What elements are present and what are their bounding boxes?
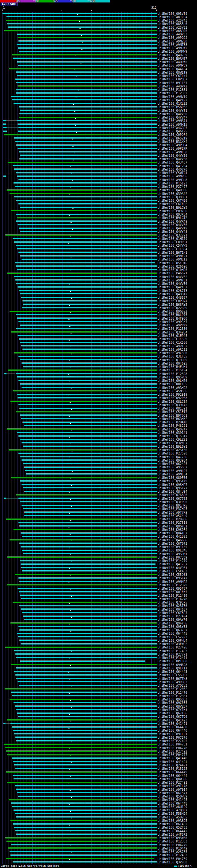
subject-label[interactable]: UniRef100_P10449 bbox=[158, 846, 187, 850]
alignment-bar[interactable] bbox=[18, 65, 157, 66]
subject-label[interactable]: UniRef100_Q67TD0 bbox=[158, 715, 187, 718]
subject-label[interactable]: UniRef100_Q8W3E6 bbox=[158, 777, 187, 780]
subject-label[interactable]: UniRef100_Q9AYF6 bbox=[158, 618, 187, 621]
alignment-bar[interactable] bbox=[16, 740, 157, 741]
alignment-bar[interactable] bbox=[12, 165, 157, 166]
alignment-bar[interactable] bbox=[13, 761, 157, 762]
alignment-bar[interactable] bbox=[24, 515, 157, 516]
alignment-bar[interactable] bbox=[12, 390, 157, 391]
alignment-bar[interactable] bbox=[16, 816, 157, 817]
alignment-bar[interactable] bbox=[18, 224, 157, 225]
subject-label[interactable]: UniRef100_Q3V938 bbox=[158, 860, 187, 864]
alignment-bar[interactable] bbox=[20, 110, 157, 111]
subject-label[interactable]: UniRef100_Q41787 bbox=[158, 563, 187, 566]
subject-label[interactable]: UniRef100_A4QPK0 bbox=[158, 60, 187, 64]
subject-label[interactable]: UniRef100_Q44184 bbox=[158, 67, 187, 70]
alignment-bar[interactable] bbox=[19, 498, 157, 499]
alignment-bar[interactable] bbox=[11, 844, 157, 845]
subject-label[interactable]: UniRef100_A9S0M1 bbox=[158, 552, 187, 555]
alignment-bar[interactable] bbox=[14, 241, 157, 243]
subject-label[interactable]: UniRef100_A9PGG2 bbox=[158, 36, 187, 39]
alignment-bar[interactable] bbox=[21, 567, 157, 568]
alignment-bar[interactable] bbox=[22, 442, 157, 443]
subject-label[interactable]: UniRef100_P27518 bbox=[158, 521, 187, 524]
subject-label[interactable]: UniRef100_A9NF21 bbox=[158, 254, 187, 258]
alignment-bar[interactable] bbox=[7, 719, 157, 720]
alignment-bar[interactable] bbox=[20, 542, 157, 544]
subject-label[interactable]: UniRef100_P12331 bbox=[158, 694, 187, 698]
alignment-bar[interactable] bbox=[14, 764, 157, 766]
alignment-bar[interactable] bbox=[18, 148, 157, 149]
subject-label[interactable]: UniRef100_A9RJ53 bbox=[158, 348, 187, 351]
subject-label[interactable]: UniRef100_Q84U94 bbox=[158, 490, 187, 493]
alignment-bar[interactable] bbox=[12, 602, 157, 603]
alignment-bar[interactable] bbox=[22, 459, 157, 461]
subject-label[interactable]: UniRef100_A9NPE9 bbox=[158, 64, 187, 67]
alignment-bar[interactable] bbox=[11, 96, 157, 97]
alignment-bar[interactable] bbox=[18, 123, 157, 125]
subject-label[interactable]: UniRef100_C1K5B9 bbox=[158, 338, 187, 341]
subject-label[interactable]: UniRef100_Q40247 bbox=[158, 427, 187, 431]
subject-label[interactable]: UniRef100_A5C4U9 bbox=[158, 514, 187, 517]
subject-label[interactable]: UniRef100_A9T7K9 bbox=[158, 510, 187, 514]
subject-label[interactable]: UniRef100_C6TNE6 bbox=[158, 199, 187, 202]
alignment-bar[interactable] bbox=[22, 612, 157, 613]
subject-label[interactable]: UniRef100_P07370 bbox=[158, 736, 187, 739]
alignment-bar[interactable] bbox=[8, 162, 157, 163]
alignment-bar[interactable] bbox=[9, 699, 157, 700]
subject-label[interactable]: UniRef100_O04695 bbox=[158, 362, 187, 365]
subject-label[interactable]: UniRef100_Q34934 bbox=[158, 331, 187, 334]
alignment-bar[interactable] bbox=[16, 373, 157, 374]
alignment-bar[interactable] bbox=[7, 754, 157, 755]
subject-label[interactable]: UniRef100_P46671 bbox=[158, 272, 187, 275]
alignment-bar[interactable] bbox=[22, 570, 157, 571]
subject-label[interactable]: UniRef100_A2SY43 bbox=[158, 19, 187, 22]
subject-label[interactable]: UniRef100_P17493 bbox=[158, 649, 187, 652]
alignment-bar[interactable] bbox=[19, 338, 157, 340]
alignment-bar[interactable] bbox=[5, 747, 157, 748]
alignment-bar[interactable] bbox=[19, 435, 157, 437]
subject-label[interactable]: UniRef100_B6SRY5 bbox=[158, 303, 187, 306]
alignment-bar[interactable] bbox=[19, 321, 157, 322]
alignment-bar[interactable] bbox=[7, 556, 157, 558]
subject-label[interactable]: UniRef100_P04777 bbox=[158, 753, 187, 756]
subject-label[interactable]: UniRef100_A9NNW9 bbox=[158, 50, 187, 53]
subject-label[interactable]: UniRef100_Q01EK5 bbox=[158, 590, 187, 594]
alignment-bar[interactable] bbox=[7, 782, 157, 783]
alignment-bar[interactable] bbox=[17, 713, 157, 714]
subject-label[interactable]: UniRef100_A9PJH7 bbox=[158, 320, 187, 323]
subject-label[interactable]: UniRef100_Q1XLZ3 bbox=[158, 102, 187, 105]
subject-label[interactable]: UniRef100_B9SF47 bbox=[158, 577, 187, 580]
subject-label[interactable]: UniRef100_A4QPK2 bbox=[158, 84, 187, 88]
subject-label[interactable]: UniRef100_Q5QW59 bbox=[158, 795, 187, 798]
alignment-bar[interactable] bbox=[24, 619, 157, 620]
subject-label[interactable]: UniRef100_P15193 bbox=[158, 181, 187, 185]
subject-label[interactable]: UniRef100_Q41234 bbox=[158, 164, 187, 167]
alignment-bar[interactable] bbox=[6, 771, 157, 773]
subject-label[interactable]: UniRef100_Q4VV47 bbox=[158, 116, 187, 119]
subject-label[interactable]: UniRef100_Q94YF6 bbox=[158, 621, 187, 625]
subject-label[interactable]: UniRef100_P14279 bbox=[158, 559, 187, 563]
subject-label[interactable]: UniRef100_C51F17 bbox=[158, 410, 187, 413]
subject-label[interactable]: UniRef100_C89P51 bbox=[158, 241, 187, 244]
subject-label[interactable]: UniRef100_Q41448 bbox=[158, 756, 187, 760]
alignment-bar[interactable] bbox=[23, 300, 157, 302]
subject-label[interactable]: UniRef100_P12851 bbox=[158, 88, 187, 91]
alignment-bar[interactable] bbox=[18, 85, 157, 87]
alignment-bar[interactable] bbox=[16, 411, 157, 412]
alignment-bar[interactable] bbox=[25, 470, 157, 471]
alignment-bar[interactable] bbox=[17, 248, 157, 249]
alignment-bar[interactable] bbox=[17, 633, 157, 634]
subject-label[interactable]: UniRef100_A9NY61 bbox=[158, 278, 187, 282]
alignment-bar[interactable] bbox=[20, 640, 157, 641]
subject-label[interactable]: UniRef100_A2S735 bbox=[158, 850, 187, 854]
alignment-bar[interactable] bbox=[19, 522, 157, 523]
alignment-bar[interactable] bbox=[19, 380, 157, 381]
subject-label[interactable]: UniRef100_A3FWG2 bbox=[158, 642, 187, 646]
subject-label[interactable]: UniRef100_C6TFD2 bbox=[158, 202, 187, 206]
subject-label[interactable]: UniRef100_P27491 bbox=[158, 781, 187, 784]
alignment-bar[interactable] bbox=[10, 401, 157, 402]
alignment-bar[interactable] bbox=[16, 494, 157, 495]
alignment-bar[interactable] bbox=[16, 667, 157, 669]
subject-label[interactable]: UniRef100_O64440 bbox=[158, 729, 187, 732]
